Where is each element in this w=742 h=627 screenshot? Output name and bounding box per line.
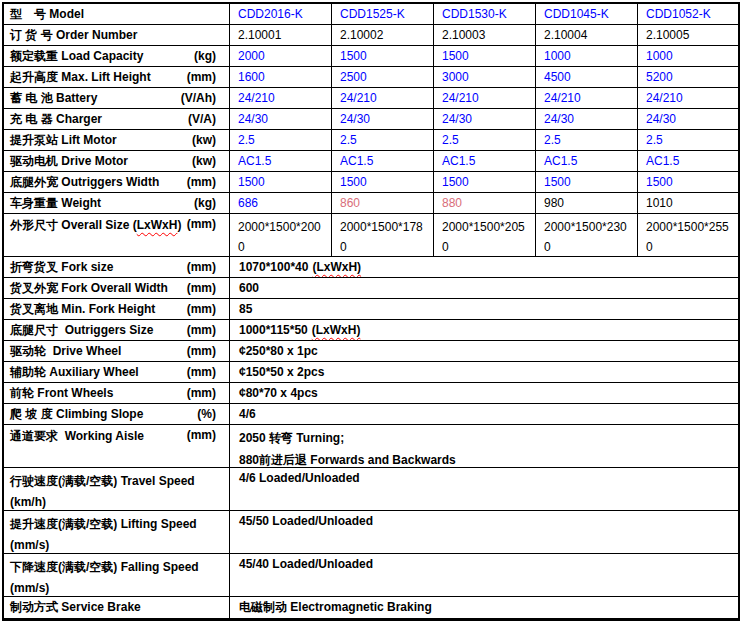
label-text: 通道要求 Working Aisle [10, 428, 144, 445]
spec-value: 980 [536, 193, 638, 213]
spec-value: 1500 [638, 172, 738, 192]
spec-value: 1500 [434, 46, 536, 66]
spec-value: 1600 [230, 67, 332, 87]
spec-value: 45/50 Loaded/Unloaded [230, 511, 738, 553]
spec-label: 辅助轮 Auxiliary Wheel (mm) [4, 362, 230, 382]
spec-value: 45/40 Loaded/Unloaded [230, 554, 738, 596]
spec-label: 提升速度(满载/空载) Lifting Speed (mm/s) [4, 511, 230, 553]
label-text: 折弯货叉 Fork size [10, 259, 113, 276]
label-text: 起升高度 Max. Lift Height [10, 69, 151, 86]
spec-value: CDD1530-K [434, 4, 536, 24]
spec-label: 行驶速度(满载/空载) Travel Speed (km/h) [4, 468, 230, 510]
spec-value: AC1.5 [536, 151, 638, 171]
label-text: 提升泵站 Lift Motor [10, 132, 117, 149]
label-unit: (mm) [187, 344, 216, 358]
spec-value: CDD1052-K [638, 4, 738, 24]
label-text: 订 货 号 Order Number [10, 27, 137, 44]
spec-value: 24/210 [434, 88, 536, 108]
label-text: 底腿尺寸 Outriggers Size [10, 322, 153, 339]
spellcheck-wavy-underline: LxWxH [137, 218, 178, 232]
table-row-overall-size: 外形尺寸 Overall Size (LxWxH) (mm) 2000*1500… [4, 214, 738, 257]
label-text: 充 电 器 Charger [10, 111, 102, 128]
spec-value: AC1.5 [230, 151, 332, 171]
table-row-model: 型 号 Model CDD2016-K CDD1525-K CDD1530-K … [4, 4, 738, 25]
spec-value: 2.10004 [536, 25, 638, 45]
spec-label: 制动方式 Service Brake [4, 597, 230, 618]
spec-value: 2000 [230, 46, 332, 66]
label-unit: (mm) [187, 175, 216, 189]
label-text: 制动方式 Service Brake [10, 599, 141, 616]
label-unit: (kg) [194, 196, 216, 210]
spec-value: 1500 [332, 172, 434, 192]
table-row-lifting-speed: 提升速度(满载/空载) Lifting Speed (mm/s) 45/50 L… [4, 511, 738, 554]
label-unit: (V/A) [188, 112, 216, 126]
spec-value: 4/6 Loaded/Unloaded [230, 468, 738, 510]
spec-value: 2500 [332, 67, 434, 87]
table-row-outriggers-width: 底腿外宽 Outriggers Width (mm) 1500 1500 150… [4, 172, 738, 193]
spec-label: 折弯货叉 Fork size (mm) [4, 257, 230, 277]
label-unit: (mm) [187, 281, 216, 295]
table-row-service-brake: 制动方式 Service Brake 电磁制动 Electromagnetic … [4, 597, 738, 618]
spec-value: 电磁制动 Electromagnetic Braking [230, 597, 738, 618]
label-unit: (mm) [187, 365, 216, 379]
spec-value: 5200 [638, 67, 738, 87]
spec-value: 1500 [332, 46, 434, 66]
spec-value: 4/6 [230, 404, 738, 424]
table-row-drive-motor: 驱动电机 Drive Motor (kw) AC1.5 AC1.5 AC1.5 … [4, 151, 738, 172]
spec-label: 起升高度 Max. Lift Height (mm) [4, 67, 230, 87]
spec-value: 2.5 [230, 130, 332, 150]
table-row-outriggers-size: 底腿尺寸 Outriggers Size (mm) 1000*115*50(Lx… [4, 320, 738, 341]
spec-label: 货叉离地 Min. Fork Height (mm) [4, 299, 230, 319]
spec-value: ¢80*70 x 4pcs [230, 383, 738, 403]
label-unit: (mm) [187, 386, 216, 400]
spec-value: 1500 [536, 172, 638, 192]
spec-label: 驱动轮 Drive Wheel (mm) [4, 341, 230, 361]
table-row-fork-size: 折弯货叉 Fork size (mm) 1070*100*40(LxWxH) [4, 257, 738, 278]
spec-value: 24/210 [638, 88, 738, 108]
spec-value: 1500 [230, 172, 332, 192]
label-unit: (kg) [194, 49, 216, 63]
spec-value: 85 [230, 299, 738, 319]
table-row-travel-speed: 行驶速度(满载/空载) Travel Speed (km/h) 4/6 Load… [4, 468, 738, 511]
spec-value: 2000*1500*2000 [230, 214, 332, 256]
label-text: 货叉外宽 Fork Overall Width [10, 280, 168, 297]
spec-value: CDD2016-K [230, 4, 332, 24]
table-row-order-number: 订 货 号 Order Number 2.10001 2.10002 2.100… [4, 25, 738, 46]
spec-value: CDD1525-K [332, 4, 434, 24]
spec-value: 2.5 [434, 130, 536, 150]
label-text: 驱动轮 Drive Wheel [10, 343, 121, 360]
spec-value: 24/30 [434, 109, 536, 129]
table-row-lift-motor: 提升泵站 Lift Motor (kw) 2.5 2.5 2.5 2.5 2.5 [4, 130, 738, 151]
label-unit: (mm) [187, 70, 216, 84]
label-unit: (mm) [187, 323, 216, 337]
spec-value: 2000*1500*1780 [332, 214, 434, 256]
spec-value: 24/210 [332, 88, 434, 108]
label-unit: (km/h) [10, 492, 216, 510]
spec-value: 1010 [638, 193, 738, 213]
spec-value: 3000 [434, 67, 536, 87]
label-text: 驱动电机 Drive Motor [10, 153, 128, 170]
spec-value: 24/30 [332, 109, 434, 129]
spec-label: 底腿外宽 Outriggers Width (mm) [4, 172, 230, 192]
spec-sheet: 型 号 Model CDD2016-K CDD1525-K CDD1530-K … [0, 0, 742, 627]
table-row-working-aisle: 通道要求 Working Aisle (mm) 2050 转弯 Turning;… [4, 425, 738, 468]
spec-value: AC1.5 [638, 151, 738, 171]
spec-label: 蓄 电 池 Battery (V/Ah) [4, 88, 230, 108]
table-row-climbing-slope: 爬 坡 度 Climbing Slope (%) 4/6 [4, 404, 738, 425]
spellcheck-wavy-underline: (LxWxH) [312, 323, 361, 337]
spec-value: 1000 [536, 46, 638, 66]
spec-value: 2.10003 [434, 25, 536, 45]
spec-table: 型 号 Model CDD2016-K CDD1525-K CDD1530-K … [2, 2, 740, 621]
spec-value: 24/30 [230, 109, 332, 129]
spec-value: 1070*100*40(LxWxH) [230, 257, 738, 277]
spec-value: 24/210 [536, 88, 638, 108]
table-row-drive-wheel: 驱动轮 Drive Wheel (mm) ¢250*80 x 1pc [4, 341, 738, 362]
spec-value: 686 [230, 193, 332, 213]
spec-value: 2000*1500*2550 [638, 214, 738, 256]
spec-value: 2.5 [332, 130, 434, 150]
spec-value: 2.5 [536, 130, 638, 150]
label-unit: (kw) [192, 133, 216, 147]
label-text: 型 号 Model [10, 6, 84, 23]
table-row-lift-height: 起升高度 Max. Lift Height (mm) 1600 2500 300… [4, 67, 738, 88]
spec-label: 额定载重 Load Capacity (kg) [4, 46, 230, 66]
